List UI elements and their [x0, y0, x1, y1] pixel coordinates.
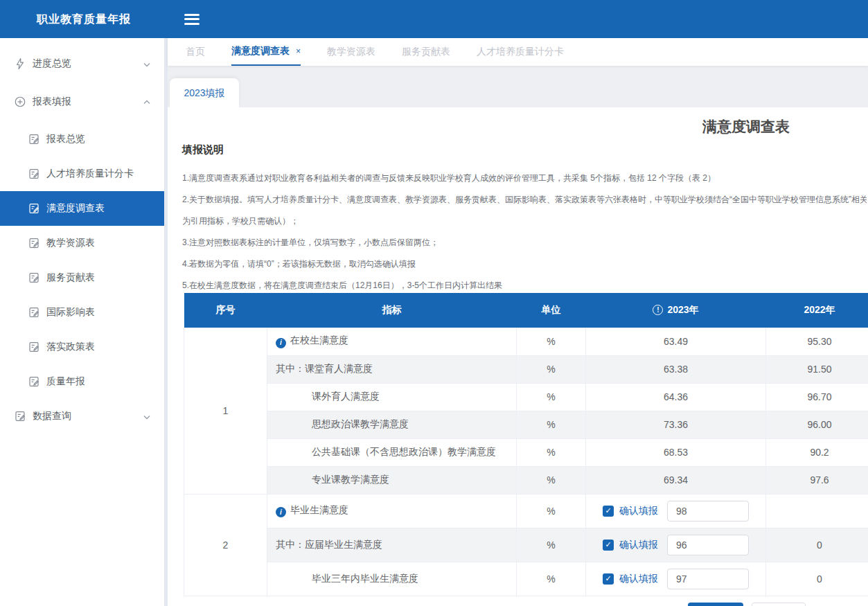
sidebar-item-label: 服务贡献表: [46, 271, 95, 284]
col-header-unit: 单位: [517, 293, 586, 328]
indicator-cell: 毕业生满意度: [267, 494, 517, 528]
form-icon: [28, 168, 40, 180]
value-input[interactable]: [667, 535, 749, 555]
cancel-button[interactable]: [752, 603, 806, 606]
hamburger-menu-icon[interactable]: [184, 14, 200, 25]
unit-cell: %: [517, 562, 586, 596]
group-sn: 2: [184, 494, 267, 596]
close-icon[interactable]: ×: [296, 46, 301, 56]
confirm-checkbox[interactable]: [603, 506, 614, 517]
value-2023-cell: 63.49: [586, 328, 766, 355]
sidebar-item-report-overview[interactable]: 报表总览: [0, 122, 168, 157]
note-line: 1.满意度调查表系通过对职业教育各利益相关者的调查与反馈来反映职业学校育人成效的…: [182, 168, 867, 189]
confirm-checkbox[interactable]: [603, 573, 614, 585]
table-row: 思想政治课教学满意度 % 73.36 96.00: [184, 411, 868, 438]
tab-satisfaction-survey[interactable]: 满意度调查表 ×: [231, 38, 301, 66]
unit-cell: %: [517, 328, 586, 355]
info-icon[interactable]: [276, 507, 286, 517]
table-header-row: 序号 指标 单位 2023年 2022年: [184, 293, 868, 328]
value-2022-cell: 90.2: [766, 438, 868, 466]
sidebar-item-satisfaction-survey[interactable]: 满意度调查表: [0, 191, 168, 226]
form-icon: [28, 271, 40, 284]
confirm-2023-cell: 确认填报: [586, 494, 766, 528]
table-row: 1 在校生满意度 % 63.49 95.30: [184, 328, 868, 355]
confirm-2023-cell: 确认填报: [586, 528, 766, 562]
sidebar-item-label: 教学资源表: [46, 237, 95, 249]
table-row: 课外育人满意度 % 64.36 96.70: [184, 383, 868, 411]
tab-home[interactable]: 首页: [186, 38, 205, 66]
chevron-up-icon: [143, 98, 151, 106]
note-line: 2.关于数据填报。填写人才培养质量计分卡、满意度调查表、教学资源表、服务贡献表、…: [182, 189, 867, 211]
sidebar-item-service-contribution[interactable]: 服务贡献表: [0, 260, 168, 295]
sidebar: 职业教育质量年报 进度总览 报表填报 报表总览 人才培养质量计分卡: [0, 0, 168, 606]
sidebar-item-data-query[interactable]: 数据查询: [0, 399, 168, 434]
content-panel: 满意度调查表 填报说明 1.满意度调查表系通过对职业教育各利益相关者的调查与反馈…: [168, 107, 868, 606]
value-2023-cell: 68.53: [586, 438, 766, 466]
value-input[interactable]: [667, 501, 749, 522]
table-row: 毕业三年内毕业生满意度 % 确认填报 0: [184, 562, 868, 596]
unit-cell: %: [517, 383, 586, 411]
value-2023-cell: 69.34: [586, 466, 766, 494]
table-row: 其中：课堂育人满意度 % 63.38 91.50: [184, 355, 868, 383]
sidebar-item-label: 报表总览: [46, 133, 85, 145]
unit-cell: %: [517, 466, 586, 494]
indicator-cell: 其中：课堂育人满意度: [267, 355, 517, 383]
value-input[interactable]: [667, 569, 749, 589]
top-header: [168, 0, 868, 38]
indicator-cell: 课外育人满意度: [267, 383, 517, 411]
unit-cell: %: [517, 528, 586, 562]
info-icon[interactable]: [276, 338, 286, 348]
sidebar-item-quality-report[interactable]: 质量年报: [0, 364, 168, 399]
submit-button[interactable]: [688, 603, 743, 606]
form-icon: [28, 375, 40, 388]
indicator-cell: 其中：应届毕业生满意度: [267, 528, 517, 562]
value-2022-cell: 96.00: [766, 411, 868, 438]
tab-talent-scorecard[interactable]: 人才培养质量计分卡: [477, 38, 564, 66]
value-2023-cell: 64.36: [586, 383, 766, 411]
value-2022-cell: [766, 494, 868, 528]
indicator-cell: 思想政治课教学满意度: [267, 411, 517, 438]
tab-2023-filling[interactable]: 2023填报: [170, 78, 239, 107]
confirm-2023-cell: 确认填报: [586, 562, 766, 596]
confirm-label: 确认填报: [619, 573, 658, 585]
sidebar-item-progress-overview[interactable]: 进度总览: [0, 46, 168, 81]
value-2023-cell: 63.38: [586, 355, 766, 383]
app-root: 职业教育质量年报 进度总览 报表填报 报表总览 人才培养质量计分卡: [0, 0, 868, 606]
tab-service-contribution[interactable]: 服务贡献表: [402, 38, 450, 66]
sidebar-item-label: 报表填报: [33, 96, 71, 108]
value-2023-cell: 73.36: [586, 411, 766, 438]
col-header-indicator: 指标: [267, 293, 517, 328]
page-tabbar: 首页 满意度调查表 × 教学资源表 服务贡献表 人才培养质量计分卡: [168, 38, 868, 66]
sidebar-item-label: 国际影响表: [46, 306, 95, 319]
indicator-cell: 毕业三年内毕业生满意度: [267, 562, 517, 596]
unit-cell: %: [517, 494, 586, 528]
sidebar-item-policy-implementation[interactable]: 落实政策表: [0, 330, 168, 364]
lightning-icon: [14, 57, 26, 70]
table-row: 公共基础课（不含思想政治课）教学满意度 % 68.53 90.2: [184, 438, 868, 466]
sidebar-item-label: 落实政策表: [46, 341, 95, 353]
sidebar-item-report-filling[interactable]: 报表填报: [0, 84, 168, 119]
sidebar-item-teaching-resources[interactable]: 教学资源表: [0, 226, 168, 260]
notes-title: 填报说明: [182, 143, 224, 157]
sidebar-item-label: 满意度调查表: [46, 202, 105, 215]
indicator-cell: 在校生满意度: [267, 328, 517, 355]
chevron-down-icon: [143, 412, 151, 420]
form-icon: [28, 133, 40, 145]
confirm-label: 确认填报: [619, 505, 658, 517]
table-row: 2 毕业生满意度 % 确认填报: [184, 494, 868, 528]
confirm-checkbox[interactable]: [603, 540, 614, 551]
table-row: 专业课教学满意度 % 69.34 97.6: [184, 466, 868, 494]
indicator-cell: 公共基础课（不含思想政治课）教学满意度: [267, 438, 517, 466]
sidebar-item-international-influence[interactable]: 国际影响表: [0, 295, 168, 330]
tab-teaching-resources[interactable]: 教学资源表: [327, 38, 375, 66]
sidebar-item-label: 数据查询: [33, 410, 71, 422]
unit-cell: %: [517, 411, 586, 438]
value-2022-cell: 97.6: [766, 466, 868, 494]
form-icon: [14, 410, 26, 422]
form-icon: [28, 306, 40, 319]
alert-circle-icon: [653, 305, 663, 315]
indicator-cell: 专业课教学满意度: [267, 466, 517, 494]
sidebar-item-talent-scorecard[interactable]: 人才培养质量计分卡: [0, 157, 168, 191]
sidebar-item-label: 人才培养质量计分卡: [46, 168, 134, 180]
value-2022-cell: 95.30: [766, 328, 868, 355]
